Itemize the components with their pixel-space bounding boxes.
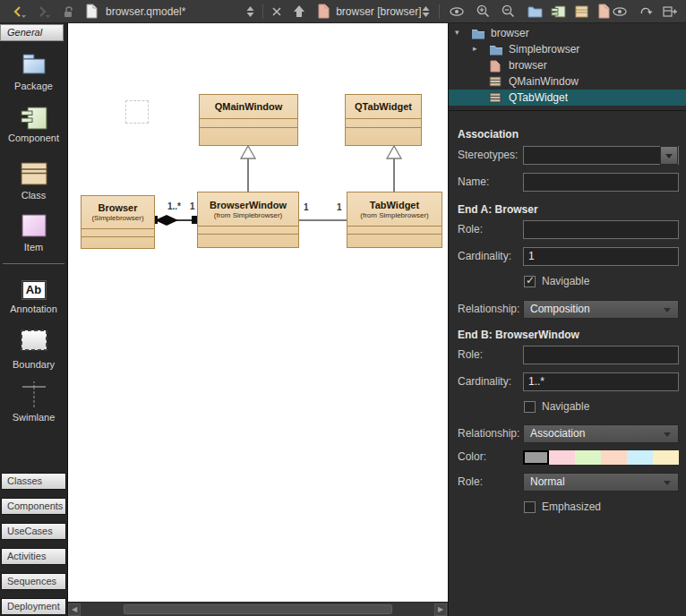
end-a-navigable-checkbox[interactable] (524, 276, 536, 287)
palette-section-classes[interactable]: Classes (1, 473, 66, 490)
end-b-role-input[interactable] (523, 346, 679, 364)
end-a-relationship-combo[interactable]: Composition (523, 300, 679, 319)
expand-arrow-icon[interactable]: ▾ (455, 28, 459, 37)
tree-item-simplebrowser[interactable]: ▸ Simplebrowser (449, 41, 686, 57)
scroll-left-button[interactable]: ◀ (68, 603, 81, 616)
class-icon (20, 161, 48, 186)
class-name: QMainWindow (200, 95, 297, 119)
scrollbar-thumb[interactable] (124, 604, 392, 614)
emphasized-row: Emphasized (524, 500, 601, 513)
class-subtitle: (from Simplebrowser) (360, 211, 428, 219)
selection-marquee (125, 100, 149, 124)
inheritance-arrow-icon (240, 145, 256, 159)
end-b-relationship-combo[interactable]: Association (523, 424, 679, 443)
color-swatch-cyan[interactable] (627, 450, 653, 465)
stereotypes-input[interactable] (523, 146, 679, 165)
generalization-line[interactable] (247, 158, 249, 192)
forward-icon[interactable] (35, 4, 51, 19)
palette-section-components[interactable]: Components (1, 498, 66, 515)
color-swatch-pink[interactable] (549, 450, 575, 465)
class-attributes (81, 229, 154, 237)
tool-boundary[interactable] (0, 328, 67, 356)
parent-diagram-icon[interactable] (292, 4, 306, 18)
class-browser[interactable]: Browser (Simplebrowser) (81, 195, 155, 249)
class-browserwindow[interactable]: BrowserWindow (from Simplebrowser) (197, 192, 299, 248)
lock-icon[interactable] (61, 4, 75, 19)
tool-component-label: Component (0, 133, 67, 143)
item-icon (20, 213, 48, 238)
end-b-navigable-checkbox[interactable] (524, 401, 536, 413)
inheritance-arrow-icon (386, 145, 402, 159)
zoom-out-icon[interactable] (501, 4, 516, 19)
class-name: QTabWidget (346, 95, 421, 119)
end-a-cardinality-input[interactable]: 1 (523, 247, 679, 266)
back-icon[interactable] (11, 4, 27, 19)
class-attributes (198, 227, 298, 235)
end-b-header: End B: BrowserWindow (458, 329, 579, 341)
style-role-label: Role: (458, 473, 522, 492)
palette-section-sequences[interactable]: Sequences (1, 573, 66, 590)
add-class-icon[interactable] (574, 4, 589, 18)
cardinality-label: 1..* (167, 201, 181, 211)
tool-package[interactable] (0, 52, 67, 81)
end-a-role-input[interactable] (523, 220, 679, 239)
color-swatch-gray[interactable] (523, 450, 549, 465)
close-document-icon[interactable] (270, 5, 283, 18)
association-browserwindow-tabwidget[interactable] (299, 219, 347, 221)
name-input[interactable] (523, 173, 679, 192)
tree-item-qtabwidget[interactable]: QTabWidget (449, 90, 686, 106)
end-b-relationship-label: Relationship: (458, 424, 522, 443)
add-package-icon[interactable] (527, 4, 543, 18)
link-with-editor-icon[interactable] (638, 4, 654, 19)
end-a-navigable-label: Navigable (542, 275, 589, 287)
color-swatch-yellow[interactable] (653, 450, 679, 465)
scroll-right-button[interactable]: ▶ (434, 603, 447, 616)
zoom-in-icon[interactable] (476, 4, 491, 19)
add-item-icon[interactable] (597, 4, 611, 19)
class-qmainwindow[interactable]: QMainWindow (199, 94, 298, 146)
tree-item-qmainwindow[interactable]: QMainWindow (449, 73, 686, 90)
visibility-icon[interactable] (448, 4, 466, 19)
tool-item[interactable] (0, 213, 67, 242)
style-role-combo[interactable]: Normal (523, 473, 679, 492)
end-a-role-label: Role: (458, 220, 522, 239)
end-b-cardinality-label: Cardinality: (458, 372, 522, 391)
tool-package-label: Package (0, 81, 67, 91)
sidebar-visibility-icon[interactable] (611, 4, 629, 19)
tree-item-browser-diagram[interactable]: browser (449, 57, 686, 73)
tool-swimlane[interactable] (0, 381, 67, 413)
tree-item-browser-root[interactable]: ▾ browser (449, 25, 686, 41)
generalization-line[interactable] (393, 158, 395, 192)
emphasized-label: Emphasized (542, 500, 601, 513)
add-component-icon[interactable] (551, 4, 566, 18)
palette-section-activities[interactable]: Activities (1, 548, 66, 565)
canvas-horizontal-scrollbar[interactable]: ◀ ▶ (68, 602, 448, 616)
emphasized-checkbox[interactable] (524, 501, 536, 513)
class-attributes (347, 227, 442, 235)
color-swatch-green[interactable] (575, 450, 601, 465)
tool-annotation[interactable]: Ab (0, 280, 67, 300)
palette-section-deployment[interactable]: Deployment (1, 598, 66, 615)
diagram-switch-spinner[interactable] (421, 4, 431, 19)
end-b-cardinality-input[interactable]: 1..* (523, 372, 679, 391)
collapse-arrow-icon[interactable]: ▸ (473, 44, 477, 53)
tool-component[interactable] (0, 106, 67, 134)
package-icon (20, 52, 48, 77)
diagram-canvas[interactable]: 1..* 1 1 1 QMainWindow QTabWidget Browse… (68, 23, 448, 616)
stereotypes-dropdown-button[interactable] (660, 146, 678, 165)
palette-tab-general[interactable]: General (0, 24, 64, 41)
document-switch-spinner[interactable] (245, 4, 255, 19)
split-view-add-icon[interactable] (663, 4, 678, 19)
class-subtitle: (Simplebrowser) (91, 214, 143, 222)
document-tab-title[interactable]: browser.qmodel* (106, 5, 245, 18)
class-tabwidget[interactable]: TabWidget (from Simplebrowser) (347, 192, 442, 248)
diagram-file-icon (317, 4, 330, 19)
tool-class[interactable] (0, 161, 67, 190)
class-qtabwidget[interactable]: QTabWidget (345, 94, 422, 146)
diagram-tab-title[interactable]: browser [browser] (336, 5, 421, 18)
palette-section-usecases[interactable]: UseCases (1, 523, 66, 540)
annotation-icon: Ab (21, 280, 47, 300)
toolbar-separator (439, 4, 440, 19)
color-swatch-peach[interactable] (601, 450, 627, 465)
cardinality-label: 1 (190, 201, 195, 211)
